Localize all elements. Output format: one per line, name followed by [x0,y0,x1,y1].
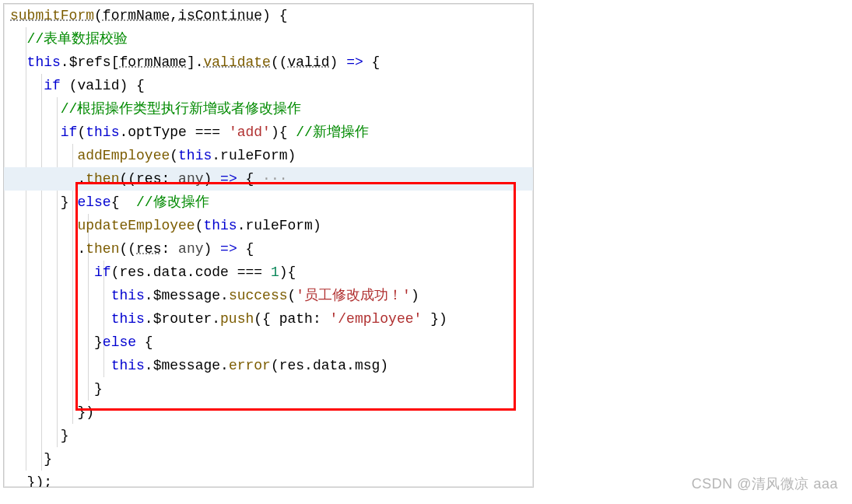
code-line: addEmployee(this.ruleForm) [4,144,533,167]
code-line: }); [4,471,533,487]
code-line: } [4,424,533,447]
watermark: CSDN @清风微凉 aaa [692,474,838,493]
code-line-highlighted: .then((res: any) => { ··· [4,167,533,191]
code-line: //根据操作类型执行新增或者修改操作 [4,97,533,121]
code-line: this.$message.success('员工修改成功！') [4,284,533,307]
code-line: submitForm(formName,isContinue) { [4,4,533,27]
code-line: updateEmployee(this.ruleForm) [4,214,533,237]
code-block-frame: submitForm(formName,isContinue) { //表单数据… [3,3,534,488]
code-line: } else{ //修改操作 [4,191,533,214]
code-area: submitForm(formName,isContinue) { //表单数据… [4,4,533,487]
code-line: this.$router.push({ path: '/employee' }) [4,307,533,331]
code-line: }else { [4,331,533,354]
code-line: this.$refs[formName].validate((valid) =>… [4,51,533,74]
code-line: if(this.optType === 'add'){ //新增操作 [4,121,533,144]
code-line: } [4,447,533,471]
code-line: this.$message.error(res.data.msg) [4,354,533,377]
code-line: if(res.data.code === 1){ [4,261,533,284]
code-line: }) [4,401,533,424]
code-line: if (valid) { [4,74,533,97]
code-line: } [4,377,533,401]
fold-indicator[interactable]: ··· [254,171,287,187]
code-line: //表单数据校验 [4,27,533,51]
code-line: .then((res: any) => { [4,237,533,261]
